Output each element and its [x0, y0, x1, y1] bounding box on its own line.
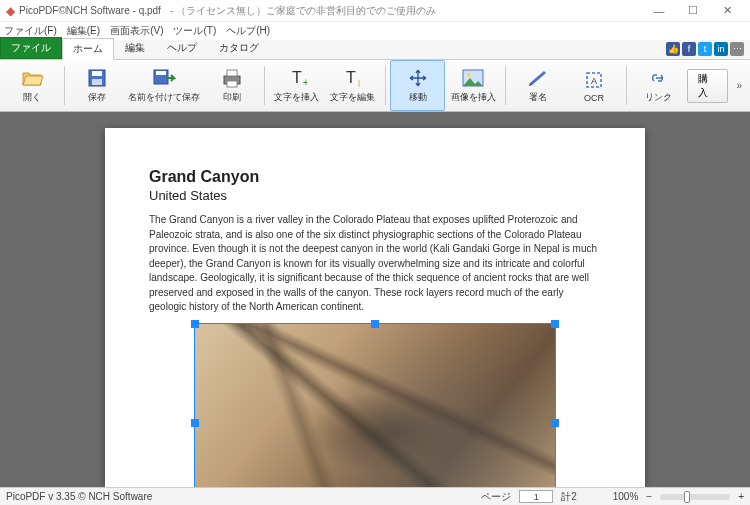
zoom-value: 100%: [613, 491, 639, 502]
folder-open-icon: [21, 67, 43, 89]
title-bar: ◆ PicoPDF©NCH Software - q.pdf - （ライセンス無…: [0, 0, 750, 22]
resize-handle-tr[interactable]: [551, 320, 559, 328]
facebook-icon[interactable]: f: [682, 42, 696, 56]
close-button[interactable]: ✕: [710, 4, 744, 17]
version-label: PicoPDF v 3.35 © NCH Software: [6, 491, 152, 502]
tab-file[interactable]: ファイル: [0, 37, 62, 59]
svg-text:|: |: [358, 78, 360, 87]
tab-catalog[interactable]: カタログ: [208, 37, 270, 59]
svg-rect-2: [92, 79, 102, 85]
svg-point-13: [467, 73, 471, 77]
zoom-out-icon[interactable]: −: [646, 491, 652, 502]
svg-text:+: +: [303, 77, 307, 88]
status-bar: PicoPDF v 3.35 © NCH Software ページ 1 計2 1…: [0, 487, 750, 505]
pdf-page[interactable]: Grand Canyon United States The Grand Can…: [105, 128, 645, 487]
print-button[interactable]: 印刷: [204, 60, 260, 111]
insert-text-button[interactable]: T+ 文字を挿入: [269, 60, 325, 111]
insert-image-button[interactable]: 画像を挿入: [445, 60, 501, 111]
more-chevron-icon[interactable]: »: [732, 80, 746, 91]
open-button[interactable]: 開く: [4, 60, 60, 111]
svg-rect-4: [156, 71, 166, 75]
twitter-icon[interactable]: t: [698, 42, 712, 56]
ribbon-tab-bar: ファイル ホーム 編集 ヘルプ カタログ 👍 f t in ⋯: [0, 40, 750, 60]
image-icon: [462, 67, 484, 89]
svg-text:T: T: [346, 69, 356, 86]
sign-button[interactable]: 署名: [510, 60, 566, 111]
svg-rect-1: [92, 71, 102, 76]
zoom-slider[interactable]: [660, 494, 730, 500]
save-as-icon: [152, 67, 176, 89]
toolbar: 開く 保存 名前を付けて保存 印刷 T+ 文字を挿入 T| 文字を編集 移動 画…: [0, 60, 750, 112]
tab-edit[interactable]: 編集: [114, 37, 156, 59]
doc-subtitle: United States: [149, 188, 601, 203]
text-edit-icon: T|: [343, 67, 363, 89]
menu-help[interactable]: ヘルプ(H): [226, 24, 270, 38]
app-title: PicoPDF©NCH Software: [19, 5, 130, 16]
svg-rect-6: [227, 70, 237, 76]
menu-view[interactable]: 画面表示(V): [110, 24, 163, 38]
zoom-slider-handle[interactable]: [684, 491, 690, 503]
menu-tools[interactable]: ツール(T): [173, 24, 216, 38]
resize-handle-ml[interactable]: [191, 419, 199, 427]
share-icon[interactable]: ⋯: [730, 42, 744, 56]
license-note: - （ライセンス無し）ご家庭での非営利目的でのご使用のみ: [167, 4, 436, 18]
satellite-image: [195, 324, 555, 488]
zoom-in-icon[interactable]: +: [738, 491, 744, 502]
app-icon: ◆: [6, 4, 15, 18]
save-button[interactable]: 保存: [69, 60, 125, 111]
workspace[interactable]: Grand Canyon United States The Grand Can…: [0, 112, 750, 487]
page-total: 計2: [561, 490, 577, 504]
title-sep: -: [130, 5, 139, 16]
move-icon: [408, 67, 428, 89]
resize-handle-tl[interactable]: [191, 320, 199, 328]
page-label: ページ: [481, 490, 511, 504]
link-icon: [648, 67, 670, 89]
file-name: q.pdf: [139, 5, 161, 16]
like-icon[interactable]: 👍: [666, 42, 680, 56]
tab-home[interactable]: ホーム: [62, 38, 114, 60]
edit-text-button[interactable]: T| 文字を編集: [325, 60, 381, 111]
resize-handle-tm[interactable]: [371, 320, 379, 328]
minimize-button[interactable]: —: [642, 5, 676, 17]
text-insert-icon: T+: [287, 67, 307, 89]
tab-help[interactable]: ヘルプ: [156, 37, 208, 59]
doc-title: Grand Canyon: [149, 168, 601, 186]
doc-paragraph: The Grand Canyon is a river valley in th…: [149, 213, 601, 315]
maximize-button[interactable]: ☐: [676, 4, 710, 17]
menu-edit[interactable]: 編集(E): [67, 24, 100, 38]
ocr-button[interactable]: A OCR: [566, 60, 622, 111]
print-icon: [221, 67, 243, 89]
ocr-icon: A: [583, 69, 605, 91]
save-as-button[interactable]: 名前を付けて保存: [125, 60, 205, 111]
link-button[interactable]: リンク: [631, 60, 687, 111]
page-input[interactable]: 1: [519, 490, 553, 503]
selected-image[interactable]: [194, 323, 556, 488]
menu-file[interactable]: ファイル(F): [4, 24, 57, 38]
signature-icon: [527, 67, 549, 89]
move-button[interactable]: 移動: [390, 60, 446, 111]
svg-rect-7: [227, 81, 237, 87]
save-icon: [87, 67, 107, 89]
resize-handle-mr[interactable]: [551, 419, 559, 427]
buy-button[interactable]: 購入: [687, 69, 729, 103]
linkedin-icon[interactable]: in: [714, 42, 728, 56]
svg-text:A: A: [591, 76, 597, 86]
svg-text:T: T: [292, 69, 302, 86]
